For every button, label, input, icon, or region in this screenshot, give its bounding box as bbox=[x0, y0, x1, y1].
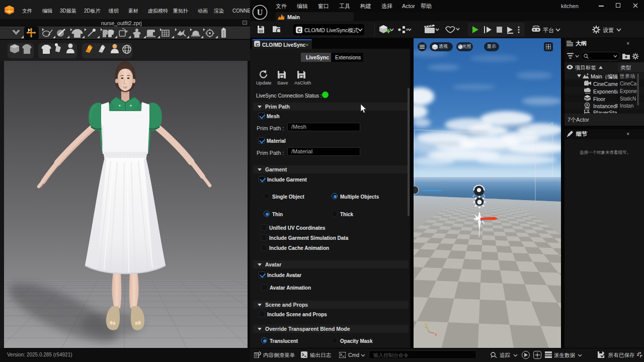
svg-text:U: U bbox=[257, 8, 263, 17]
svg-text:x: x bbox=[435, 332, 437, 337]
